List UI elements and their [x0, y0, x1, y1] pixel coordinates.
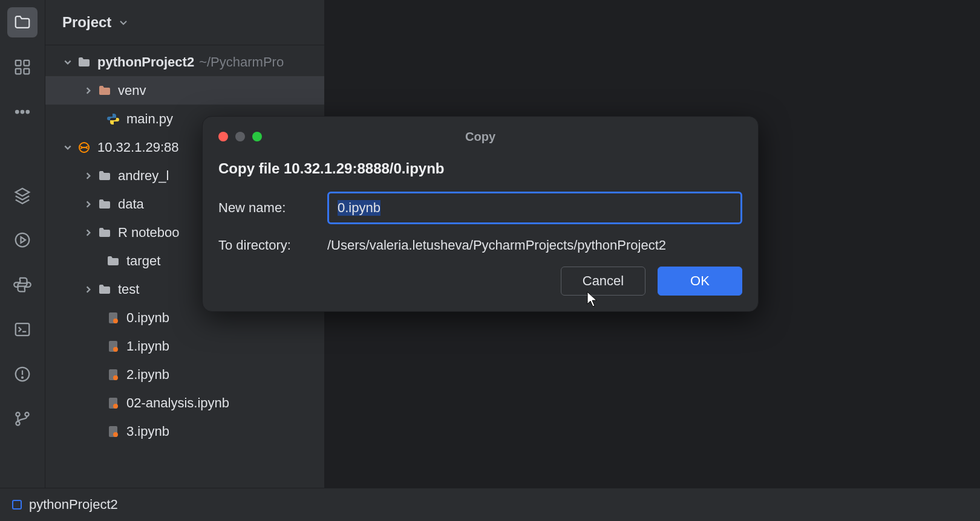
folder-icon — [97, 225, 112, 240]
window-controls — [218, 132, 262, 141]
more-tool-button[interactable] — [7, 97, 38, 127]
tree-label: R noteboo — [118, 225, 180, 241]
zoom-window-button[interactable] — [252, 132, 262, 141]
chevron-right-icon[interactable] — [83, 199, 94, 210]
svg-point-13 — [16, 421, 19, 425]
problems-tool-button[interactable] — [7, 359, 38, 389]
tree-label: 1.ipynb — [126, 338, 169, 354]
chevron-down-icon — [119, 18, 128, 27]
tree-label: test — [118, 282, 139, 297]
tree-label: 2.ipynb — [126, 367, 169, 383]
svg-point-11 — [16, 412, 19, 416]
warning-circle-icon — [13, 365, 31, 383]
chevron-right-icon[interactable] — [83, 170, 94, 181]
new-name-input[interactable] — [327, 192, 742, 224]
python-file-icon — [106, 112, 120, 126]
svg-rect-3 — [24, 69, 30, 74]
svg-rect-2 — [16, 69, 21, 74]
svg-point-6 — [27, 111, 30, 114]
jupyter-notebook-icon — [106, 339, 120, 354]
tree-item-nb3[interactable]: 3.ipynb — [45, 417, 324, 445]
svg-point-10 — [22, 377, 23, 378]
chevron-down-icon[interactable] — [62, 142, 73, 153]
to-directory-label: To directory: — [218, 238, 327, 253]
svg-point-12 — [25, 412, 28, 416]
tree-label: data — [118, 196, 144, 212]
run-tool-button[interactable] — [7, 225, 38, 255]
status-bar: pythonProject2 — [0, 488, 980, 521]
chevron-right-icon[interactable] — [83, 85, 94, 96]
tree-item-nb2[interactable]: 2.ipynb — [45, 360, 324, 389]
tree-label: 3.ipynb — [126, 424, 169, 439]
tree-label: main.py — [126, 111, 173, 127]
python-icon — [13, 276, 31, 294]
layers-tool-button[interactable] — [7, 180, 38, 210]
sidebar-title: Project — [62, 14, 111, 31]
svg-point-20 — [113, 375, 118, 380]
svg-point-22 — [113, 404, 118, 409]
cancel-button[interactable]: Cancel — [561, 267, 645, 296]
tree-root-path: ~/PycharmPro — [199, 54, 284, 70]
jupyter-server-icon — [77, 140, 91, 155]
structure-tool-button[interactable] — [7, 52, 38, 82]
chevron-right-icon[interactable] — [83, 284, 94, 295]
folder-icon — [97, 169, 112, 183]
dialog-title: Copy — [465, 130, 495, 144]
tree-label: venv — [118, 83, 146, 99]
ok-button[interactable]: OK — [658, 267, 742, 296]
new-name-label: New name: — [218, 200, 327, 216]
tree-root[interactable]: pythonProject2 ~/PycharmPro — [45, 48, 324, 76]
tree-item-nb02a[interactable]: 02-analysis.ipynb — [45, 389, 324, 417]
sidebar-header[interactable]: Project — [45, 0, 324, 45]
tree-root-label: pythonProject2 — [97, 54, 194, 70]
copy-dialog: Copy Copy file 10.32.1.29:8888/0.ipynb N… — [202, 116, 759, 312]
jupyter-notebook-icon — [106, 424, 120, 439]
status-module-icon — [12, 500, 22, 510]
svg-point-4 — [16, 111, 19, 114]
jupyter-notebook-icon — [106, 311, 120, 325]
folder-icon — [97, 83, 112, 98]
python-console-tool-button[interactable] — [7, 270, 38, 300]
jupyter-notebook-icon — [106, 396, 120, 410]
folder-icon — [13, 13, 31, 31]
svg-point-16 — [113, 319, 118, 323]
svg-point-18 — [113, 347, 118, 352]
tree-label: target — [126, 253, 160, 269]
tree-label: andrey_l — [118, 168, 169, 184]
close-window-button[interactable] — [218, 132, 228, 141]
git-branch-icon — [13, 410, 31, 428]
chevron-down-icon[interactable] — [62, 57, 73, 68]
terminal-tool-button[interactable] — [7, 314, 38, 345]
svg-rect-0 — [16, 60, 21, 66]
to-directory-row: To directory: /Users/valeria.letusheva/P… — [218, 238, 742, 253]
dialog-button-row: Cancel OK — [218, 267, 742, 296]
svg-point-24 — [113, 432, 118, 437]
folder-icon — [106, 254, 120, 268]
folder-icon — [97, 282, 112, 297]
svg-point-5 — [21, 111, 24, 114]
layers-icon — [13, 186, 31, 204]
folder-icon — [77, 55, 91, 70]
tool-strip — [0, 0, 45, 521]
minimize-window-button[interactable] — [235, 132, 245, 141]
svg-rect-8 — [16, 323, 30, 335]
tree-label: 0.ipynb — [126, 310, 169, 326]
vcs-tool-button[interactable] — [7, 404, 38, 434]
tree-label: 02-analysis.ipynb — [126, 395, 229, 411]
terminal-icon — [13, 320, 31, 338]
svg-point-7 — [16, 233, 30, 247]
svg-rect-1 — [24, 60, 30, 66]
status-project-name: pythonProject2 — [29, 497, 118, 513]
tree-label: 10.32.1.29:88 — [97, 140, 179, 155]
dialog-heading: Copy file 10.32.1.29:8888/0.ipynb — [218, 160, 742, 177]
chevron-right-icon[interactable] — [83, 227, 94, 238]
new-name-row: New name: — [218, 192, 742, 224]
project-tool-button[interactable] — [7, 7, 38, 37]
folder-icon — [97, 197, 112, 212]
to-directory-value: /Users/valeria.letusheva/PycharmProjects… — [327, 238, 666, 253]
ellipsis-icon — [13, 103, 31, 121]
tree-item-venv[interactable]: venv — [45, 76, 324, 105]
dialog-titlebar: Copy — [218, 128, 742, 146]
jupyter-notebook-icon — [106, 367, 120, 382]
tree-item-nb1[interactable]: 1.ipynb — [45, 332, 324, 360]
